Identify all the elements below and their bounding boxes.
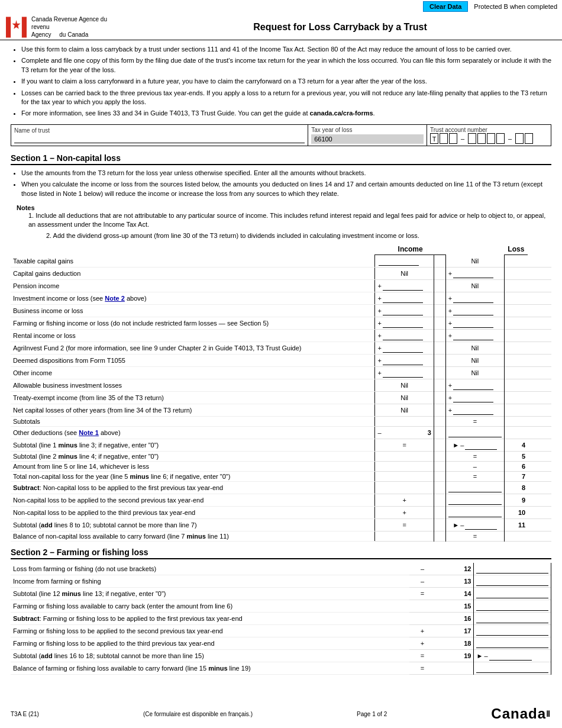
- table-row: Other deductions (see Note 1 above) – 3: [11, 427, 551, 439]
- table-row: Subtotal (line 2 minus line 4; if negati…: [11, 452, 551, 462]
- trust-digit[interactable]: [440, 133, 448, 144]
- note-1: 1. Include all deductions that are not a…: [28, 211, 551, 230]
- table-row: Pension income + Nil: [11, 280, 551, 292]
- table-row: Balance of non-capital loss available to…: [11, 531, 551, 542]
- clear-data-button[interactable]: Clear Data: [423, 1, 468, 12]
- tax-year-value: 66100: [311, 134, 424, 144]
- table-row: Subtotal (line 1 minus line 3; if negati…: [11, 439, 551, 452]
- section1-title: Section 1 – Non-capital loss: [11, 153, 551, 165]
- table-row: Subtract: Farming or fishing loss to be …: [11, 613, 551, 625]
- protected-label: Protected B when completed: [474, 3, 557, 10]
- trust-digit[interactable]: [525, 133, 533, 144]
- table-row: Farming or fishing loss to be applied to…: [11, 637, 551, 650]
- name-of-trust-input[interactable]: [14, 134, 305, 143]
- table-row: Non-capital loss to be applied to the se…: [11, 494, 551, 507]
- svg-rect-1: [22, 17, 27, 37]
- section1-data-table: Income Loss Taxable capital gains Nil Ca…: [11, 244, 551, 542]
- agency-name: Canada Revenue Agence du revenu Agency d…: [31, 15, 124, 38]
- name-of-trust-label: Name of trust: [14, 127, 305, 134]
- canada-flag-icon: [6, 17, 27, 38]
- table-row: Treaty-exempt income (from line 35 of th…: [11, 392, 551, 404]
- table-row: Non-capital loss to be applied to the th…: [11, 507, 551, 519]
- table-row: Allowable business investment losses Nil…: [11, 379, 551, 392]
- table-row: Total non-capital loss for the year (lin…: [11, 472, 551, 482]
- s1-bullet: Use the amounts from the T3 return for t…: [21, 169, 551, 178]
- table-row: Farming or fishing loss available to car…: [11, 600, 551, 613]
- instruction-item: Use this form to claim a loss carryback …: [21, 45, 551, 54]
- loss-column-header: Loss: [505, 244, 528, 255]
- form-content: Use this form to claim a loss carryback …: [0, 40, 562, 679]
- notes: Notes 1. Include all deductions that are…: [11, 204, 551, 240]
- table-row: Taxable capital gains Nil: [11, 255, 551, 268]
- trust-digit[interactable]: [487, 133, 495, 144]
- table-row: Net capital losses of other years (from …: [11, 404, 551, 417]
- instruction-item: If you want to claim a loss carryforward…: [21, 77, 551, 86]
- tax-year-label: Tax year of loss: [311, 127, 424, 133]
- notes-label: Notes: [17, 204, 35, 211]
- income-column-header: Income: [375, 244, 445, 255]
- french-note: (Ce formulaire est disponible en françai…: [143, 711, 253, 717]
- logo-area: Canada Revenue Agence du revenu Agency d…: [6, 15, 124, 38]
- form-id: T3A E (21): [11, 711, 39, 717]
- instruction-item: Losses can be carried back to the three …: [21, 89, 551, 107]
- instruction-item: Complete and file one copy of this form …: [21, 56, 551, 75]
- table-row: Amount from line 5 or line 14, whichever…: [11, 462, 551, 472]
- table-row: Subtotal (line 12 minus line 13; if nega…: [11, 588, 551, 600]
- table-row: Loss from farming or fishing (do not use…: [11, 563, 551, 575]
- page-number: Page 1 of 2: [357, 711, 387, 717]
- s1-bullet: When you calculate the income or loss fr…: [21, 180, 551, 198]
- trust-digit[interactable]: [477, 133, 486, 144]
- table-row: Balance of farming or fishing loss avail…: [11, 662, 551, 675]
- form-header: Canada Revenue Agence du revenu Agency d…: [0, 13, 562, 40]
- table-row: Other income + Nil: [11, 367, 551, 379]
- section2-title: Section 2 – Farming or fishing loss: [11, 547, 551, 559]
- table-row: Investment income or loss (see Note 2 ab…: [11, 292, 551, 305]
- table-row: Subtotals =: [11, 417, 551, 427]
- page-footer: T3A E (21) (Ce formulaire est disponible…: [11, 706, 551, 722]
- trust-digit[interactable]: [496, 133, 505, 144]
- trust-account-number: T – –: [430, 133, 548, 144]
- form-title: Request for Loss Carryback by a Trust: [124, 22, 556, 33]
- table-row: Farming or fishing income or loss (do no…: [11, 317, 551, 330]
- section2-data-table: Loss from farming or fishing (do not use…: [11, 563, 551, 675]
- table-row: Capital gains deduction Nil +: [11, 268, 551, 280]
- trust-digit[interactable]: [468, 133, 476, 144]
- table-row: Deemed dispositions from Form T1055 + Ni…: [11, 355, 551, 367]
- svg-rect-0: [6, 17, 11, 37]
- trust-account-label: Trust account number: [430, 127, 548, 133]
- trust-prefix: T: [430, 133, 438, 144]
- info-table: Name of trust Tax year of loss 66100 Tru…: [11, 124, 551, 146]
- section1-instructions: Use the amounts from the T3 return for t…: [11, 169, 551, 198]
- instruction-item: For more information, see lines 33 and 3…: [21, 109, 551, 118]
- trust-dash2: –: [506, 133, 514, 144]
- table-row: Subtract: Non-capital loss to be applied…: [11, 482, 551, 494]
- instructions: Use this form to claim a loss carryback …: [11, 45, 551, 118]
- canada-logo: Canada Ⅱ: [491, 706, 551, 722]
- table-row: Farming or fishing loss to be applied to…: [11, 625, 551, 637]
- top-bar: Clear Data Protected B when completed: [0, 0, 562, 13]
- note-2: 2. Add the dividend gross-up amount (fro…: [46, 231, 551, 240]
- trust-digit[interactable]: [449, 133, 457, 144]
- table-row: Subtotal (add lines 8 to 10; subtotal ca…: [11, 519, 551, 531]
- trust-digit[interactable]: [515, 133, 524, 144]
- table-row: Rental income or loss + +: [11, 330, 551, 342]
- table-row: Income from farming or fishing –13: [11, 575, 551, 588]
- table-row: Subtotal (add lines 16 to 18; subtotal c…: [11, 650, 551, 662]
- trust-dash: –: [458, 133, 467, 144]
- table-row: Business income or loss + +: [11, 305, 551, 317]
- table-row: AgriInvest Fund 2 (for more information,…: [11, 342, 551, 355]
